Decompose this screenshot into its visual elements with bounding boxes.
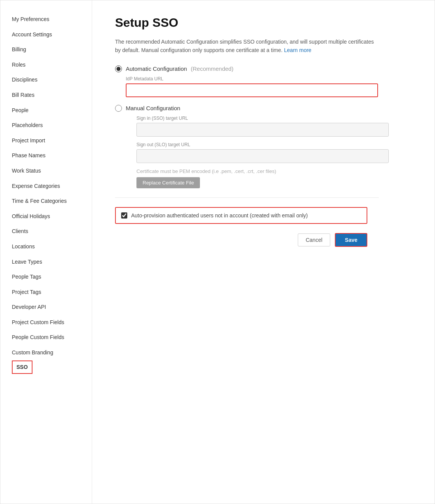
sidebar-item-expense-categories[interactable]: Expense Categories — [12, 179, 92, 194]
sidebar-item-custom-branding[interactable]: Custom Branding — [12, 345, 92, 360]
signin-field-group: Sign in (SSO) target URL — [136, 116, 412, 137]
auto-provision-row: Auto-provision authenticated users not i… — [115, 207, 367, 224]
signin-label: Sign in (SSO) target URL — [136, 116, 412, 121]
signout-field-group: Sign out (SLO) target URL — [136, 142, 412, 163]
sidebar: My PreferencesAccount SettingsBillingRol… — [0, 0, 92, 504]
main-content: Setup SSO The recommended Automatic Conf… — [92, 0, 435, 504]
sidebar-item-placeholders[interactable]: Placeholders — [12, 118, 92, 133]
sidebar-item-disciplines[interactable]: Disciplines — [12, 72, 92, 88]
sidebar-item-people-custom-fields[interactable]: People Custom Fields — [12, 330, 92, 345]
sidebar-item-people[interactable]: People — [12, 103, 92, 118]
sidebar-item-official-holidays[interactable]: Official Holidays — [12, 209, 92, 224]
action-buttons: Cancel Save — [115, 233, 367, 247]
automatic-config-radio[interactable] — [115, 65, 122, 72]
sidebar-item-people-tags[interactable]: People Tags — [12, 269, 92, 285]
learn-more-link[interactable]: Learn more — [284, 47, 312, 53]
manual-config-label[interactable]: Manual Configuration — [126, 105, 180, 111]
sidebar-item-locations[interactable]: Locations — [12, 239, 92, 254]
sidebar-item-developer-api[interactable]: Developer API — [12, 300, 92, 315]
signout-label: Sign out (SLO) target URL — [136, 142, 412, 147]
manual-config-fields: Sign in (SSO) target URL Sign out (SLO) … — [126, 116, 412, 188]
page-title: Setup SSO — [115, 16, 412, 30]
sidebar-item-project-tags[interactable]: Project Tags — [12, 285, 92, 300]
page-description: The recommended Automatic Configuration … — [115, 38, 375, 55]
signin-url-input — [136, 123, 389, 137]
automatic-config-section: Automatic Configuration (Recommended) Id… — [115, 65, 412, 97]
sidebar-item-bill-rates[interactable]: Bill Rates — [12, 88, 92, 103]
manual-config-radio[interactable] — [115, 105, 122, 112]
cancel-button[interactable]: Cancel — [298, 233, 331, 246]
sidebar-item-my-preferences[interactable]: My Preferences — [12, 12, 92, 27]
description-text: The recommended Automatic Configuration … — [115, 39, 374, 53]
sidebar-item-leave-types[interactable]: Leave Types — [12, 254, 92, 270]
signout-url-input — [136, 149, 389, 163]
cert-field-group: Certificate must be PEM encoded (i.e .pe… — [136, 168, 412, 188]
divider — [115, 197, 379, 198]
automatic-config-label[interactable]: Automatic Configuration (Recommended) — [126, 65, 234, 72]
save-button[interactable]: Save — [335, 233, 367, 247]
sidebar-item-sso[interactable]: SSO — [12, 360, 32, 374]
sidebar-item-phase-names[interactable]: Phase Names — [12, 148, 92, 163]
manual-config-section: Manual Configuration Sign in (SSO) targe… — [115, 105, 412, 188]
sidebar-item-account-settings[interactable]: Account Settings — [12, 27, 92, 42]
auto-provision-checkbox[interactable] — [121, 212, 127, 219]
auto-provision-label[interactable]: Auto-provision authenticated users not i… — [131, 212, 308, 219]
idp-field-group: IdP Metadata URL — [126, 76, 412, 97]
manual-config-radio-row: Manual Configuration — [115, 105, 412, 112]
sidebar-item-clients[interactable]: Clients — [12, 224, 92, 239]
sidebar-item-billing[interactable]: Billing — [12, 42, 92, 57]
sidebar-item-roles[interactable]: Roles — [12, 57, 92, 73]
sidebar-item-project-custom-fields[interactable]: Project Custom Fields — [12, 315, 92, 330]
sidebar-item-work-status[interactable]: Work Status — [12, 163, 92, 179]
automatic-config-radio-row: Automatic Configuration (Recommended) — [115, 65, 412, 72]
cert-placeholder-text: Certificate must be PEM encoded (i.e .pe… — [136, 168, 412, 174]
sidebar-item-time-fee-categories[interactable]: Time & Fee Categories — [12, 194, 92, 209]
replace-cert-button[interactable]: Replace Certificate File — [136, 177, 200, 188]
sidebar-item-project-import[interactable]: Project Import — [12, 133, 92, 148]
idp-metadata-url-input[interactable] — [126, 83, 378, 97]
idp-label: IdP Metadata URL — [126, 76, 412, 82]
